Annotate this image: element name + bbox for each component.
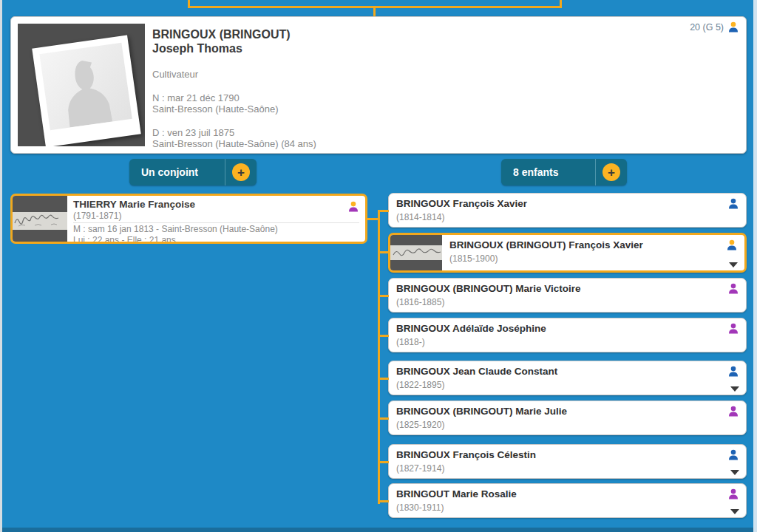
person-icon [727, 198, 739, 210]
chevron-down-icon[interactable] [729, 262, 738, 267]
child-card[interactable]: BRINGOUX Adélaïde Joséphine (1818-) [388, 318, 747, 352]
death-date: D : ven 23 juil 1875 [152, 127, 537, 138]
spouse-years: (1791-1871) [73, 211, 359, 221]
child-card[interactable]: BRINGOUX François Xavier (1814-1814) [388, 193, 747, 228]
spouse-card[interactable]: THIERRY Marie Françoise (1791-1871) M : … [10, 194, 367, 244]
signature-thumb [390, 235, 442, 270]
marriage-info: M : sam 16 jan 1813 - Saint-Bresson (Hau… [73, 224, 359, 235]
photo-placeholder[interactable] [18, 24, 145, 146]
child-card[interactable]: BRINGOUT Marie Rosalie (1830-1911) [388, 483, 747, 518]
person-icon [727, 406, 739, 417]
generation-badge-text: 20 (G 5) [690, 22, 724, 33]
child-years: (1818-) [396, 337, 739, 347]
family-spine [378, 210, 380, 504]
plus-icon: + [602, 163, 620, 181]
person-silhouette-icon [39, 43, 132, 131]
child-card[interactable]: BRINGOUX François Célestin (1827-1914) [388, 444, 747, 479]
child-years: (1830-1911) [396, 502, 739, 513]
child-years: (1814-1814) [396, 212, 739, 222]
spouse-count-label: Un conjoint [129, 159, 225, 185]
children-count-label: 8 enfants [501, 159, 595, 185]
child-name: BRINGOUX (BRINGOUT) François Xavier [449, 239, 737, 251]
divider [73, 222, 359, 223]
child-card[interactable]: BRINGOUX (BRINGOUT) Marie Julie (1825-19… [388, 400, 747, 435]
person-icon [727, 488, 739, 500]
child-years: (1816-1885) [396, 297, 739, 307]
spouse-connector [367, 218, 378, 220]
child-name: BRINGOUX (BRINGOUT) Marie Victoire [396, 283, 739, 295]
add-spouse-button[interactable]: + [225, 159, 257, 185]
birth-place: Saint-Bresson (Haute-Saône) [152, 103, 537, 115]
child-name: BRINGOUX François Célestin [396, 449, 739, 461]
page-bottom-edge [2, 528, 753, 532]
add-child-button[interactable]: + [596, 159, 627, 185]
person-icon [727, 449, 739, 461]
death-place: Saint-Bresson (Haute-Saône) (84 ans) [152, 138, 537, 149]
polaroid-frame [32, 35, 141, 146]
chevron-down-icon[interactable] [730, 386, 739, 392]
signature-thumb [13, 196, 67, 242]
person-icon [727, 283, 739, 295]
child-years: (1822-1895) [396, 380, 739, 390]
children-list: BRINGOUX François Xavier (1814-1814) BRI… [388, 193, 747, 523]
generation-badge: 20 (G 5) [690, 21, 739, 33]
spouse-count-button[interactable]: Un conjoint + [129, 159, 257, 185]
person-occupation: Cultivateur [152, 69, 537, 80]
child-years: (1815-1900) [449, 253, 737, 264]
child-card[interactable]: BRINGOUX Jean Claude Constant (1822-1895… [388, 361, 747, 395]
person-icon [727, 21, 739, 33]
person-icon [727, 323, 739, 335]
person-surname: BRINGOUX (BRINGOUT) [152, 27, 537, 41]
spouse-name: THIERRY Marie Françoise [73, 199, 359, 211]
plus-icon: + [232, 163, 250, 181]
child-name: BRINGOUX Jean Claude Constant [396, 366, 739, 378]
chevron-down-icon[interactable] [730, 470, 739, 475]
person-given-names: Joseph Thomas [152, 41, 537, 55]
child-card[interactable]: BRINGOUX (BRINGOUT) Marie Victoire (1816… [388, 278, 747, 313]
chevron-down-icon[interactable] [730, 509, 739, 514]
child-card[interactable]: BRINGOUX (BRINGOUT) François Xavier (181… [388, 233, 747, 273]
child-years: (1827-1914) [396, 463, 739, 474]
signature-image [13, 212, 67, 230]
child-name: BRINGOUX (BRINGOUT) Marie Julie [396, 406, 739, 417]
page-right-edge [753, 0, 757, 532]
person-icon [727, 366, 739, 378]
birth-date: N : mar 21 déc 1790 [152, 92, 537, 103]
child-name: BRINGOUX François Xavier [396, 198, 739, 210]
person-card[interactable]: 20 (G 5) BRINGOUX (BRINGOUT) Joseph Thom… [10, 16, 747, 154]
children-count-button[interactable]: 8 enfants + [501, 159, 627, 185]
child-name: BRINGOUX Adélaïde Joséphine [396, 323, 739, 335]
person-icon [726, 239, 738, 251]
signature-image [390, 245, 442, 260]
child-name: BRINGOUT Marie Rosalie [396, 488, 739, 500]
child-years: (1825-1920) [396, 420, 739, 430]
person-icon [347, 201, 359, 213]
page-left-edge [0, 0, 2, 532]
marriage-ages: Lui : 22 ans - Elle : 21 ans [73, 235, 359, 244]
